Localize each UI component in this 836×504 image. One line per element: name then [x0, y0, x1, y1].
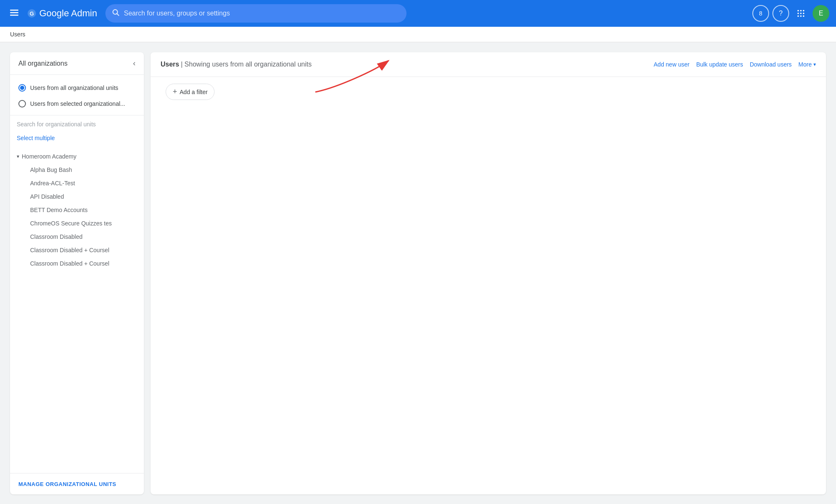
more-button[interactable]: More ▾: [798, 61, 816, 68]
radio-all-units[interactable]: Users from all organizational units: [17, 80, 137, 96]
sidebar-radio-group: Users from all organizational units User…: [10, 75, 144, 115]
svg-point-11: [800, 13, 802, 14]
sidebar: All organizations ‹ Users from all organ…: [10, 52, 144, 494]
expand-icon: ▾: [17, 154, 19, 159]
org-search-input[interactable]: [17, 121, 137, 128]
apps-icon[interactable]: [793, 5, 809, 22]
radio-circle-empty: [18, 100, 26, 107]
add-filter-button[interactable]: + Add a filter: [166, 84, 215, 100]
panel-subtitle: | Showing users from all organizational …: [181, 61, 312, 68]
svg-point-8: [800, 10, 802, 12]
radio-dot: [20, 86, 24, 90]
search-input[interactable]: [124, 10, 400, 17]
svg-point-15: [803, 15, 805, 17]
sidebar-back-icon[interactable]: ‹: [133, 59, 135, 68]
svg-line-6: [117, 13, 119, 15]
chevron-down-icon: ▾: [813, 61, 816, 67]
list-item[interactable]: Alpha Bug Bash: [10, 163, 144, 177]
panel-header: Users | Showing users from all organizat…: [151, 52, 826, 77]
download-users-button[interactable]: Download users: [750, 61, 792, 68]
panel-body: [151, 107, 826, 494]
org-root-label: Homeroom Academy: [22, 153, 77, 160]
list-item[interactable]: ChromeOS Secure Quizzes tes: [10, 217, 144, 230]
org-tree: ▾ Homeroom Academy Alpha Bug BashAndrea-…: [10, 146, 144, 473]
user-avatar[interactable]: E: [813, 5, 829, 22]
main-panel: Users | Showing users from all organizat…: [151, 52, 826, 494]
svg-point-13: [798, 15, 799, 17]
topbar-actions: 8 ? E: [752, 5, 829, 22]
radio-selected-label: Users from selected organizational...: [30, 100, 125, 107]
radio-circle-selected: [18, 84, 26, 92]
add-filter-label: Add a filter: [180, 89, 208, 95]
account-number-icon[interactable]: 8: [752, 5, 769, 22]
list-item[interactable]: API Disabled: [10, 190, 144, 203]
sidebar-search-container: [10, 115, 144, 133]
sidebar-header: All organizations ‹: [10, 52, 144, 75]
breadcrumb-label: Users: [10, 31, 26, 38]
select-multiple-link[interactable]: Select multiple: [10, 133, 144, 146]
list-item[interactable]: Classroom Disabled: [10, 230, 144, 243]
svg-rect-2: [10, 15, 18, 16]
list-item[interactable]: Andrea-ACL-Test: [10, 177, 144, 190]
sidebar-title: All organizations: [18, 60, 67, 67]
menu-icon[interactable]: [7, 5, 22, 22]
radio-all-label: Users from all organizational units: [30, 84, 118, 91]
plus-icon: +: [173, 87, 177, 96]
filter-bar: + Add a filter: [151, 77, 826, 107]
radio-selected-units[interactable]: Users from selected organizational...: [17, 96, 137, 112]
list-item[interactable]: Classroom Disabled + Coursel: [10, 243, 144, 257]
org-tree-root[interactable]: ▾ Homeroom Academy: [10, 150, 144, 163]
list-item[interactable]: Classroom Disabled + Coursel: [10, 257, 144, 270]
app-logo: G Google Admin: [27, 8, 97, 19]
svg-rect-1: [10, 12, 18, 13]
panel-actions: Add new user Bulk update users Download …: [654, 61, 816, 68]
add-new-user-button[interactable]: Add new user: [654, 61, 690, 68]
sidebar-footer: MANAGE ORGANIZATIONAL UNITS: [10, 473, 144, 494]
global-search[interactable]: [105, 4, 406, 23]
panel-title: Users: [161, 61, 179, 68]
svg-point-14: [800, 15, 802, 17]
help-icon[interactable]: ?: [772, 5, 789, 22]
svg-point-7: [798, 10, 799, 12]
logo-text: Google Admin: [39, 8, 97, 19]
svg-point-9: [803, 10, 805, 12]
main-content: All organizations ‹ Users from all organ…: [0, 42, 836, 504]
svg-text:G: G: [30, 10, 34, 17]
svg-point-12: [803, 13, 805, 14]
list-item[interactable]: BETT Demo Accounts: [10, 203, 144, 217]
manage-org-units-link[interactable]: MANAGE ORGANIZATIONAL UNITS: [18, 481, 116, 487]
bulk-update-users-button[interactable]: Bulk update users: [696, 61, 743, 68]
breadcrumb: Users: [0, 27, 836, 42]
svg-point-10: [798, 13, 799, 14]
topbar: G Google Admin 8 ?: [0, 0, 836, 27]
svg-rect-0: [10, 10, 18, 11]
search-icon: [112, 9, 120, 18]
